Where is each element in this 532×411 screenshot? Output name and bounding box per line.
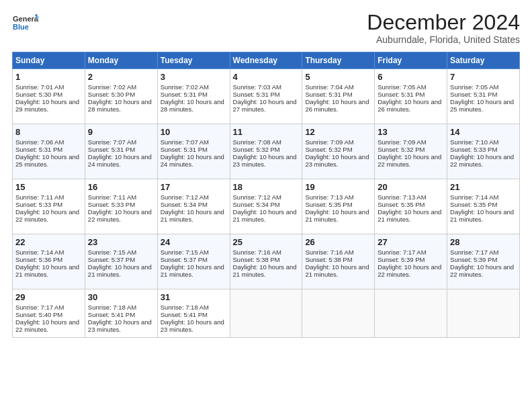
header: General Blue December 2024 Auburndale, F…	[12, 11, 520, 45]
day-number: 14	[450, 127, 517, 137]
svg-text:General: General	[13, 15, 39, 23]
sunset-label: Sunset: 5:41 PM	[161, 311, 208, 318]
table-row: 5Sunrise: 7:04 AMSunset: 5:31 PMDaylight…	[302, 69, 375, 124]
sunrise-label: Sunrise: 7:08 AM	[233, 138, 281, 146]
daylight-label: Daylight: 10 hours and 24 minutes.	[161, 153, 224, 168]
daylight-label: Daylight: 10 hours and 21 minutes.	[161, 208, 224, 223]
day-number: 1	[15, 72, 82, 82]
table-row: 6Sunrise: 7:05 AMSunset: 5:31 PMDaylight…	[375, 69, 447, 124]
daylight-label: Daylight: 10 hours and 22 minutes.	[450, 263, 514, 278]
table-row: 14Sunrise: 7:10 AMSunset: 5:33 PMDayligh…	[447, 124, 520, 179]
table-row: 22Sunrise: 7:14 AMSunset: 5:36 PMDayligh…	[13, 234, 85, 289]
sunrise-label: Sunrise: 7:15 AM	[88, 248, 136, 256]
col-wednesday: Wednesday	[230, 52, 302, 69]
sunrise-label: Sunrise: 7:05 AM	[378, 83, 426, 91]
col-friday: Friday	[375, 52, 447, 69]
day-number: 19	[305, 182, 371, 192]
table-row: 8Sunrise: 7:06 AMSunset: 5:31 PMDaylight…	[13, 124, 85, 179]
sunrise-label: Sunrise: 7:18 AM	[161, 304, 209, 311]
day-number: 5	[305, 72, 371, 82]
sunset-label: Sunset: 5:32 PM	[233, 146, 280, 153]
sunrise-label: Sunrise: 7:04 AM	[305, 83, 353, 91]
daylight-label: Daylight: 10 hours and 29 minutes.	[15, 98, 79, 113]
day-number: 2	[88, 72, 154, 82]
table-row	[375, 289, 447, 338]
table-row: 12Sunrise: 7:09 AMSunset: 5:32 PMDayligh…	[302, 124, 375, 179]
daylight-label: Daylight: 10 hours and 22 minutes.	[378, 263, 441, 278]
daylight-label: Daylight: 10 hours and 28 minutes.	[88, 98, 152, 113]
daylight-label: Daylight: 10 hours and 26 minutes.	[305, 98, 369, 113]
sunset-label: Sunset: 5:30 PM	[88, 91, 135, 98]
sunrise-label: Sunrise: 7:16 AM	[305, 248, 353, 256]
daylight-label: Daylight: 10 hours and 22 minutes.	[88, 208, 152, 223]
col-monday: Monday	[85, 52, 157, 69]
day-number: 25	[233, 237, 300, 247]
daylight-label: Daylight: 10 hours and 21 minutes.	[450, 208, 514, 223]
col-thursday: Thursday	[302, 52, 375, 69]
daylight-label: Daylight: 10 hours and 21 minutes.	[378, 208, 441, 223]
table-row: 30Sunrise: 7:18 AMSunset: 5:41 PMDayligh…	[85, 289, 157, 338]
sunrise-label: Sunrise: 7:17 AM	[15, 304, 64, 311]
day-number: 4	[233, 72, 300, 82]
sunset-label: Sunset: 5:31 PM	[233, 91, 280, 98]
sunset-label: Sunset: 5:34 PM	[161, 201, 208, 208]
table-row: 27Sunrise: 7:17 AMSunset: 5:39 PMDayligh…	[375, 234, 447, 289]
daylight-label: Daylight: 10 hours and 21 minutes.	[15, 263, 79, 278]
sunset-label: Sunset: 5:32 PM	[378, 146, 425, 153]
sunrise-label: Sunrise: 7:02 AM	[88, 83, 136, 91]
sunset-label: Sunset: 5:33 PM	[15, 201, 62, 208]
day-number: 17	[161, 182, 227, 192]
table-row: 10Sunrise: 7:07 AMSunset: 5:31 PMDayligh…	[157, 124, 230, 179]
sunset-label: Sunset: 5:31 PM	[161, 91, 208, 98]
day-number: 31	[161, 292, 227, 302]
day-number: 3	[161, 72, 227, 82]
sunrise-label: Sunrise: 7:16 AM	[233, 248, 281, 256]
sunrise-label: Sunrise: 7:13 AM	[305, 193, 353, 201]
sunset-label: Sunset: 5:41 PM	[88, 311, 135, 318]
daylight-label: Daylight: 10 hours and 27 minutes.	[233, 98, 297, 113]
table-row: 4Sunrise: 7:03 AMSunset: 5:31 PMDaylight…	[230, 69, 302, 124]
table-row: 18Sunrise: 7:12 AMSunset: 5:34 PMDayligh…	[230, 179, 302, 234]
table-row: 24Sunrise: 7:15 AMSunset: 5:37 PMDayligh…	[157, 234, 230, 289]
daylight-label: Daylight: 10 hours and 21 minutes.	[305, 208, 369, 223]
day-number: 12	[305, 127, 371, 137]
day-number: 24	[161, 237, 227, 247]
day-number: 29	[15, 292, 82, 302]
sunset-label: Sunset: 5:40 PM	[15, 311, 62, 318]
day-number: 8	[15, 127, 82, 137]
table-row: 17Sunrise: 7:12 AMSunset: 5:34 PMDayligh…	[157, 179, 230, 234]
sunrise-label: Sunrise: 7:15 AM	[161, 248, 209, 256]
table-row: 23Sunrise: 7:15 AMSunset: 5:37 PMDayligh…	[85, 234, 157, 289]
table-row: 20Sunrise: 7:13 AMSunset: 5:35 PMDayligh…	[375, 179, 447, 234]
sunrise-label: Sunrise: 7:07 AM	[161, 138, 209, 146]
day-number: 9	[88, 127, 154, 137]
day-number: 28	[450, 237, 517, 247]
daylight-label: Daylight: 10 hours and 22 minutes.	[450, 153, 514, 168]
sunset-label: Sunset: 5:37 PM	[161, 256, 208, 263]
table-row: 19Sunrise: 7:13 AMSunset: 5:35 PMDayligh…	[302, 179, 375, 234]
sunrise-label: Sunrise: 7:05 AM	[450, 83, 498, 91]
col-tuesday: Tuesday	[157, 52, 230, 69]
day-number: 23	[88, 237, 154, 247]
sunset-label: Sunset: 5:31 PM	[378, 91, 425, 98]
sunset-label: Sunset: 5:30 PM	[15, 91, 62, 98]
day-number: 21	[450, 182, 517, 192]
sunrise-label: Sunrise: 7:09 AM	[305, 138, 353, 146]
calendar-table: Sunday Monday Tuesday Wednesday Thursday…	[12, 52, 520, 338]
sunset-label: Sunset: 5:33 PM	[88, 201, 135, 208]
sunset-label: Sunset: 5:31 PM	[305, 91, 352, 98]
sunset-label: Sunset: 5:31 PM	[161, 146, 208, 153]
sunrise-label: Sunrise: 7:12 AM	[233, 193, 281, 201]
table-row: 16Sunrise: 7:11 AMSunset: 5:33 PMDayligh…	[85, 179, 157, 234]
day-number: 11	[233, 127, 300, 137]
daylight-label: Daylight: 10 hours and 21 minutes.	[88, 263, 152, 278]
day-number: 15	[15, 182, 82, 192]
sunrise-label: Sunrise: 7:14 AM	[15, 248, 64, 256]
table-row: 11Sunrise: 7:08 AMSunset: 5:32 PMDayligh…	[230, 124, 302, 179]
table-row: 29Sunrise: 7:17 AMSunset: 5:40 PMDayligh…	[13, 289, 85, 338]
day-number: 7	[450, 72, 517, 82]
col-saturday: Saturday	[447, 52, 520, 69]
title-area: December 2024 Auburndale, Florida, Unite…	[367, 11, 520, 45]
day-number: 22	[15, 237, 82, 247]
day-number: 16	[88, 182, 154, 192]
